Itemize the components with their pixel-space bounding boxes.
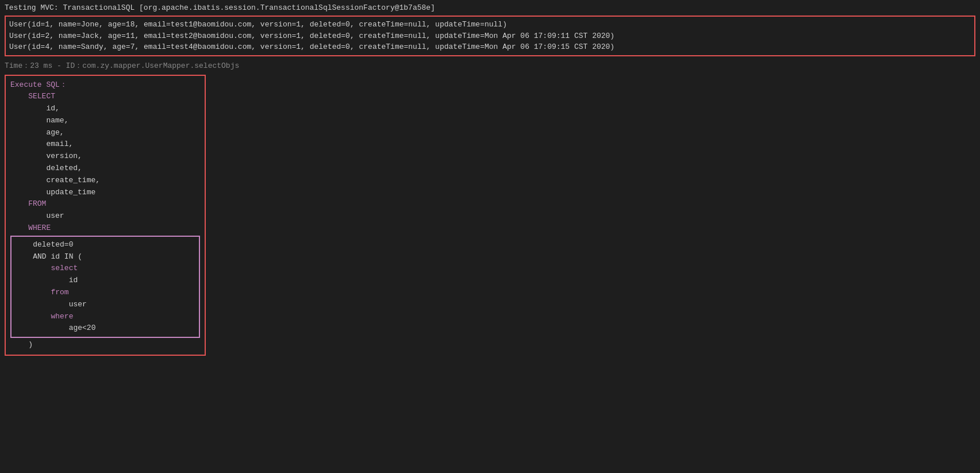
subq-id: id	[15, 275, 195, 287]
result-line-1: User(id=1, name=Jone, age=18, email=test…	[9, 19, 971, 30]
col-update-time: update_time	[10, 187, 200, 199]
console-output: Testing MVC: TransactionalSQL [org.apach…	[0, 0, 980, 473]
col-name: name,	[10, 115, 200, 127]
from-table-line: user	[10, 210, 200, 222]
sql-block: Execute SQL： SELECT id, name, age, email…	[5, 75, 206, 356]
result-line-2: User(id=2, name=Jack, age=11, email=test…	[9, 30, 971, 42]
subq-user: user	[15, 299, 195, 311]
from-keyword: FROM	[28, 199, 46, 208]
col-version: version,	[10, 151, 200, 163]
col-create-time: create_time,	[10, 175, 200, 187]
subquery-block: deleted=0 AND id IN ( select id from use…	[10, 236, 200, 338]
subq-from-keyword: from	[51, 288, 68, 297]
subq-select-keyword: select	[51, 264, 78, 272]
where-keyword: WHERE	[28, 224, 51, 232]
subq-age: age<20	[15, 322, 195, 334]
subq-from: from	[15, 287, 195, 299]
result-line-3: User(id=4, name=Sandy, age=7, email=test…	[9, 41, 971, 53]
execute-keyword: Execute SQL：	[10, 80, 67, 89]
subq-deleted: deleted=0	[15, 239, 195, 251]
col-email: email,	[10, 139, 200, 151]
col-id: id,	[10, 103, 200, 115]
subq-and-id-in: AND id IN (	[15, 251, 195, 263]
execute-sql-label: Execute SQL：	[10, 79, 200, 91]
where-keyword-line: WHERE	[10, 222, 200, 234]
result-block: User(id=1, name=Jone, age=18, email=test…	[5, 16, 975, 56]
subq-where-keyword: where	[51, 312, 73, 321]
col-age: age,	[10, 127, 200, 139]
subq-select: select	[15, 263, 195, 275]
subq-where: where	[15, 311, 195, 323]
time-line: Time：23 ms - ID：com.zy.mapper.UserMapper…	[0, 59, 980, 72]
col-deleted: deleted,	[10, 163, 200, 175]
truncated-line: Testing MVC: TransactionalSQL [org.apach…	[0, 2, 980, 13]
close-paren-line: )	[10, 339, 200, 351]
select-keyword-line: SELECT	[10, 91, 200, 103]
from-keyword-line: FROM	[10, 198, 200, 210]
select-keyword: SELECT	[28, 92, 55, 101]
